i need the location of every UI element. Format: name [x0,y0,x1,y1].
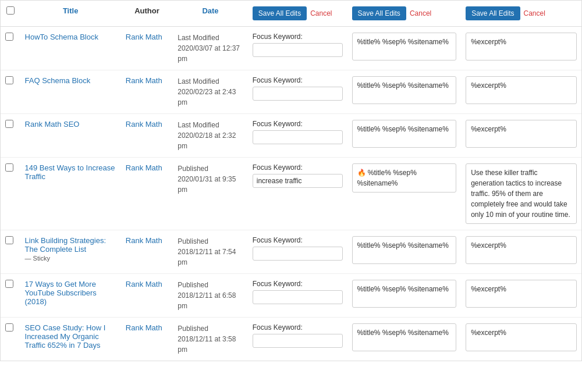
date-label-4: Published2020/01/31 at 9:35 pm [178,165,236,194]
focus-label-4: Focus Keyword: [253,163,343,172]
focus-keyword-input-4[interactable] [253,174,343,188]
focus-keyword-input-7[interactable] [253,334,343,348]
focus-keyword-input-2[interactable] [253,87,343,101]
cancel-button-3[interactable]: Cancel [524,9,545,17]
focus-label-2: Focus Keyword: [253,76,343,84]
seo-title-field-3[interactable]: %title% %sep% %sitename% [352,120,457,148]
focus-label-7: Focus Keyword: [253,323,343,332]
description-field-3[interactable]: %excerpt% [466,120,577,148]
row-checkbox-4[interactable] [5,163,13,172]
focus-keyword-input-3[interactable] [253,130,343,144]
post-title-link-3[interactable]: Rank Math SEO [25,120,80,129]
focus-label-6: Focus Keyword: [253,280,343,288]
description-field-2[interactable]: %excerpt% [466,76,577,104]
seo-title-field-5[interactable]: %title% %sep% %sitename% [352,236,457,264]
table-row: HowTo Schema BlockRank MathLast Modified… [1,27,581,70]
post-title-link-6[interactable]: 17 Ways to Get More YouTube Subscribers … [25,280,97,306]
focus-keyword-input-1[interactable] [253,43,343,57]
date-label-1: Last Modified2020/03/07 at 12:37 pm [178,34,240,63]
date-label-6: Published2018/12/11 at 6:58 pm [178,281,236,310]
author-link-5[interactable]: Rank Math [126,236,162,245]
date-label-7: Published2018/12/11 at 3:58 pm [178,325,236,354]
table-row: SEO Case Study: How I Increased My Organ… [1,318,581,361]
description-field-1[interactable]: %excerpt% [466,33,577,60]
author-link-3[interactable]: Rank Math [126,120,162,129]
description-field-6[interactable]: %excerpt% [466,280,577,308]
author-link-6[interactable]: Rank Math [126,280,162,288]
date-label-3: Last Modified2020/02/18 at 2:32 pm [178,121,236,150]
table-row: 17 Ways to Get More YouTube Subscribers … [1,274,581,318]
focus-keyword-input-5[interactable] [253,247,343,261]
focus-keyword-input-6[interactable] [253,290,343,304]
table-row: 149 Best Ways to Increase TrafficRank Ma… [1,158,581,230]
table-row: FAQ Schema BlockRank MathLast Modified20… [1,70,581,114]
post-title-link-1[interactable]: HowTo Schema Block [25,33,98,41]
row-checkbox-7[interactable] [5,323,13,332]
row-checkbox-6[interactable] [5,280,13,288]
post-title-link-7[interactable]: SEO Case Study: How I Increased My Organ… [25,323,106,350]
sticky-label-5: — Sticky [25,255,50,262]
cancel-button-1[interactable]: Cancel [310,9,332,17]
author-link-1[interactable]: Rank Math [126,33,162,41]
table-row: Rank Math SEORank MathLast Modified2020/… [1,114,581,158]
row-checkbox-5[interactable] [5,236,13,244]
row-checkbox-1[interactable] [5,33,13,41]
save-all-edits-button-2[interactable]: Save All Edits [352,6,406,20]
table-row: Link Building Strategies: The Complete L… [1,230,581,274]
header-actions-3: Save All Edits Cancel [466,6,577,20]
seo-title-field-1[interactable]: %title% %sep% %sitename% [352,33,457,60]
author-link-7[interactable]: Rank Math [126,323,162,332]
author-link-2[interactable]: Rank Math [126,76,162,85]
row-checkbox-3[interactable] [5,120,13,128]
description-field-4[interactable]: Use these killer traffic generation tact… [466,163,577,224]
description-field-5[interactable]: %excerpt% [466,236,577,264]
post-title-link-2[interactable]: FAQ Schema Block [25,76,91,85]
save-all-edits-button-1[interactable]: Save All Edits [253,6,307,20]
author-link-4[interactable]: Rank Math [126,163,162,172]
description-field-7[interactable]: %excerpt% [466,323,577,351]
select-all-checkbox[interactable] [6,6,15,15]
focus-label-3: Focus Keyword: [253,120,343,128]
focus-label-5: Focus Keyword: [253,236,343,244]
seo-title-field-4[interactable]: 🔥 %title% %sep% %sitename% [352,163,457,193]
cancel-button-2[interactable]: Cancel [410,9,431,17]
col-author-header: Author [134,6,159,15]
date-label-5: Published2018/12/11 at 7:54 pm [178,237,236,266]
seo-title-field-2[interactable]: %title% %sep% %sitename% [352,76,457,104]
col-title-header: Title [63,6,79,15]
date-label-2: Last Modified2020/02/23 at 2:43 pm [178,77,236,106]
save-all-edits-button-3[interactable]: Save All Edits [466,6,520,20]
seo-title-field-7[interactable]: %title% %sep% %sitename% [352,323,457,351]
row-checkbox-2[interactable] [5,76,13,84]
header-actions-2: Save All Edits Cancel [352,6,457,20]
focus-label-1: Focus Keyword: [253,33,343,41]
post-title-link-4[interactable]: 149 Best Ways to Increase Traffic [25,163,115,181]
seo-title-field-6[interactable]: %title% %sep% %sitename% [352,280,457,308]
header-actions-1: Save All Edits Cancel [253,6,343,20]
col-date-header: Date [202,6,218,15]
post-title-link-5[interactable]: Link Building Strategies: The Complete L… [25,236,106,254]
